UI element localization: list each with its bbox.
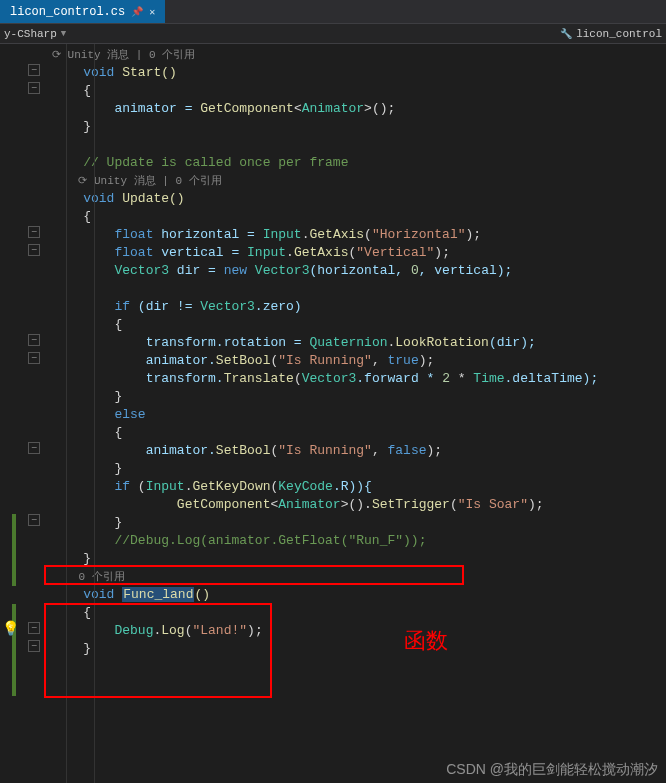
fold-icon[interactable]: − (28, 622, 40, 634)
code-line (52, 136, 666, 154)
code-line: Debug.Log("Land!"); (52, 622, 666, 640)
fold-icon[interactable]: − (28, 514, 40, 526)
fold-icon[interactable]: − (28, 82, 40, 94)
code-area[interactable]: ⟳ Unity 消息 | 0 个引用 void Start() { animat… (44, 44, 666, 783)
fold-icon[interactable]: − (28, 244, 40, 256)
code-line: //Debug.Log(animator.GetFloat("Run_F")); (52, 532, 666, 550)
code-line: { (52, 424, 666, 442)
code-line: { (52, 604, 666, 622)
selected-text: Func_land (122, 587, 194, 602)
breadcrumb-left[interactable]: y-CSharp ▼ (4, 28, 66, 40)
code-line: animator = GetComponent<Animator>(); (52, 100, 666, 118)
tab-filename: licon_control.cs (10, 5, 125, 19)
code-line (52, 280, 666, 298)
class-icon: 🔧 (560, 28, 572, 40)
code-line: void Start() (52, 64, 666, 82)
code-line: if (dir != Vector3.zero) (52, 298, 666, 316)
close-icon[interactable]: ✕ (149, 6, 155, 18)
fold-icon[interactable]: − (28, 442, 40, 454)
editor[interactable]: − − − − − − − − − − 💡 ⟳ Unity 消息 | 0 个引用… (0, 44, 666, 783)
code-line: void Func_land() (52, 586, 666, 604)
code-line: animator.SetBool("Is Running", false); (52, 442, 666, 460)
breadcrumb-project: y-CSharp (4, 28, 57, 40)
code-line: { (52, 82, 666, 100)
codelens[interactable]: ⟳ Unity 消息 | 0 个引用 (52, 172, 666, 190)
breadcrumb-bar: y-CSharp ▼ 🔧 licon_control (0, 24, 666, 44)
code-line: } (52, 640, 666, 658)
code-line: transform.Translate(Vector3.forward * 2 … (52, 370, 666, 388)
tab-bar: licon_control.cs 📌 ✕ (0, 0, 666, 24)
code-line: } (52, 460, 666, 478)
codelens[interactable]: ⟳ Unity 消息 | 0 个引用 (52, 46, 666, 64)
code-line: } (52, 514, 666, 532)
fold-icon[interactable]: − (28, 352, 40, 364)
fold-icon[interactable]: − (28, 226, 40, 238)
breadcrumb-class: licon_control (576, 28, 662, 40)
code-line: } (52, 388, 666, 406)
code-line: { (52, 316, 666, 334)
code-line: { (52, 208, 666, 226)
code-line: } (52, 550, 666, 568)
breadcrumb-right[interactable]: 🔧 licon_control (560, 28, 662, 40)
lightbulb-icon[interactable]: 💡 (2, 620, 19, 637)
annotation-label: 函数 (404, 632, 448, 650)
codelens[interactable]: 0 个引用 (52, 568, 666, 586)
code-line: animator.SetBool("Is Running", true); (52, 352, 666, 370)
fold-icon[interactable]: − (28, 640, 40, 652)
code-line: // Update is called once per frame (52, 154, 666, 172)
change-bar (12, 514, 16, 586)
code-line: float vertical = Input.GetAxis("Vertical… (52, 244, 666, 262)
code-line: Vector3 dir = new Vector3(horizontal, 0,… (52, 262, 666, 280)
watermark: CSDN @我的巨剑能轻松搅动潮汐 (446, 761, 658, 779)
code-line: void Update() (52, 190, 666, 208)
code-line: float horizontal = Input.GetAxis("Horizo… (52, 226, 666, 244)
fold-icon[interactable]: − (28, 64, 40, 76)
fold-icon[interactable]: − (28, 334, 40, 346)
pin-icon[interactable]: 📌 (131, 6, 143, 18)
gutter: − − − − − − − − − − 💡 (0, 44, 44, 783)
code-line: if (Input.GetKeyDown(KeyCode.R)){ (52, 478, 666, 496)
chevron-down-icon: ▼ (61, 29, 66, 39)
code-line: else (52, 406, 666, 424)
code-line: transform.rotation = Quaternion.LookRota… (52, 334, 666, 352)
file-tab[interactable]: licon_control.cs 📌 ✕ (0, 0, 165, 23)
code-line: GetComponent<Animator>().SetTrigger("Is … (52, 496, 666, 514)
code-line: } (52, 118, 666, 136)
change-bar (12, 604, 16, 696)
